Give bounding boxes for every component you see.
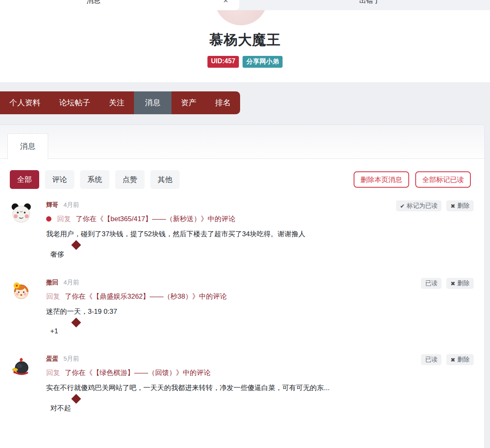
x-icon: ✖ xyxy=(450,357,455,363)
delete-message-button[interactable]: ✖ 删除 xyxy=(446,200,474,211)
reply-verb: 回复 xyxy=(46,293,60,300)
browser-tab-other-label[interactable]: 出错了 xyxy=(359,0,380,5)
mark-read-label: 标记为已读 xyxy=(407,202,437,210)
message-time: 4月前 xyxy=(63,201,79,208)
message-actions: ✔ 标记为已读 ✖ 删除 xyxy=(396,200,474,211)
mark-read-button[interactable]: ✔ 标记为已读 xyxy=(396,200,442,211)
quoted-comment: 对不起 xyxy=(50,404,484,413)
delete-page-messages-button[interactable]: 删除本页消息 xyxy=(354,171,409,188)
browser-tab-active-label: 消息 xyxy=(87,0,100,5)
quote-pointer-icon xyxy=(71,317,81,327)
tab-messages[interactable]: 消息 xyxy=(7,133,48,159)
card-tab-bar: 消息 xyxy=(0,125,484,159)
cartoon-girl-avatar xyxy=(11,281,31,300)
reply-verb: 回复 xyxy=(46,369,60,377)
x-icon: ✖ xyxy=(450,203,455,209)
browser-tab-strip: 消息 ✕ 出错了 xyxy=(0,0,490,10)
message-actions: 已读 ✖ 删除 xyxy=(421,278,474,289)
role-badge: 分享网小弟 xyxy=(243,56,283,68)
uid-badge: UID:457 xyxy=(207,56,239,68)
quote-pointer-icon xyxy=(71,394,81,404)
message-header: 撤回 4月前 xyxy=(46,279,484,286)
reply-line: 回复 了你在《【绿色棋游】——（回馈）》中的评论 xyxy=(46,368,484,377)
filter-comments[interactable]: 评论 xyxy=(45,170,74,189)
message-item: 撤回 4月前 已读 ✖ 删除 回复 了你在《【鼎盛娱乐3262】——（秒38）》… xyxy=(10,279,484,335)
nav-item-forum-posts[interactable]: 论坛帖子 xyxy=(50,91,100,114)
delete-message-button[interactable]: ✖ 删除 xyxy=(446,354,474,365)
tab-close-icon[interactable]: ✕ xyxy=(223,0,228,4)
read-status-badge: 已读 xyxy=(421,278,441,289)
sender-name[interactable]: 蛋蛋 xyxy=(46,355,58,362)
browser-tab-active[interactable] xyxy=(0,0,239,10)
filter-other[interactable]: 其他 xyxy=(150,170,180,189)
user-avatar[interactable] xyxy=(11,357,31,377)
message-filters: 全部 评论 系统 点赞 其他 xyxy=(10,170,180,189)
delete-label: 删除 xyxy=(457,202,470,210)
sender-name[interactable]: 撤回 xyxy=(46,279,58,286)
message-list: 輝哥 4月前 ✔ 标记为已读 ✖ 删除 回复 了你在《【bet xyxy=(10,201,484,413)
reply-body: 我老用户，碰到了37块钱，提了52块钱，然后下楼去了超市买了34块吃得。谢谢撸人 xyxy=(46,229,484,239)
filter-all[interactable]: 全部 xyxy=(10,170,39,189)
delete-message-button[interactable]: ✖ 删除 xyxy=(446,278,474,289)
delete-label: 删除 xyxy=(457,279,470,287)
profile-nav: 个人资料 论坛帖子 关注 消息 资产 排名 xyxy=(0,91,240,114)
quoted-comment: +1 xyxy=(50,327,484,335)
nav-item-messages[interactable]: 消息 xyxy=(134,91,172,114)
reply-body: 实在不行就傻鸡巴关网站了吧，一天天的我都进来转转，净发一些傻逼白菜，可有可无的东… xyxy=(46,383,484,393)
nav-item-assets[interactable]: 资产 xyxy=(172,91,206,114)
message-time: 5月前 xyxy=(63,355,79,362)
nav-item-profile[interactable]: 个人资料 xyxy=(0,91,50,114)
helmet-chick-avatar xyxy=(11,357,31,377)
thread-link[interactable]: 了你在《【绿色棋游】——（回馈）》中的评论 xyxy=(65,369,211,377)
thread-link[interactable]: 了你在《【bet365/417】——（新秒送）》中的评论 xyxy=(76,215,235,223)
thread-link[interactable]: 了你在《【鼎盛娱乐3262】——（秒38）》中的评论 xyxy=(65,293,227,300)
profile-header: 慕杨大魔王 UID:457 分享网小弟 xyxy=(0,10,490,83)
filter-likes[interactable]: 点赞 xyxy=(115,170,145,189)
messages-panel: 全部 评论 系统 点赞 其他 删除本页消息 全部标记已读 xyxy=(0,159,484,413)
filter-system[interactable]: 系统 xyxy=(80,170,109,189)
reply-line: 回复 了你在《【bet365/417】——（新秒送）》中的评论 xyxy=(46,214,484,224)
profile-badges: UID:457 分享网小弟 xyxy=(0,56,490,68)
mark-all-read-button[interactable]: 全部标记已读 xyxy=(415,171,471,188)
quote-pointer-icon xyxy=(71,240,81,250)
bulk-actions: 删除本页消息 全部标记已读 xyxy=(354,171,471,188)
profile-username: 慕杨大魔王 xyxy=(0,31,490,49)
message-header: 蛋蛋 5月前 xyxy=(46,355,484,363)
reply-body: 迷茫的一天，3-19 0:37 xyxy=(46,307,484,316)
profile-avatar[interactable] xyxy=(214,10,267,25)
message-item: 蛋蛋 5月前 已读 ✖ 删除 回复 了你在《【绿色棋游】——（回馈）》中的评论 … xyxy=(10,355,484,413)
message-actions: 已读 ✖ 删除 xyxy=(421,354,474,365)
user-avatar[interactable] xyxy=(11,203,31,223)
sender-name[interactable]: 輝哥 xyxy=(46,201,58,208)
nav-item-follow[interactable]: 关注 xyxy=(100,91,134,114)
messages-card: 消息 全部 评论 系统 点赞 其他 删除本页消息 全部标记已读 xyxy=(0,124,485,448)
message-time: 4月前 xyxy=(63,279,79,286)
check-icon: ✔ xyxy=(400,203,405,209)
reply-verb: 回复 xyxy=(57,215,71,223)
unread-dot-icon xyxy=(46,216,51,222)
delete-label: 删除 xyxy=(457,356,470,364)
quoted-comment: 奢侈 xyxy=(50,250,484,259)
panda-meme-avatar xyxy=(11,203,31,223)
read-status-badge: 已读 xyxy=(421,354,441,365)
nav-item-ranking[interactable]: 排名 xyxy=(206,91,240,114)
user-avatar[interactable] xyxy=(11,281,31,300)
reply-line: 回复 了你在《【鼎盛娱乐3262】——（秒38）》中的评论 xyxy=(46,292,484,301)
message-item: 輝哥 4月前 ✔ 标记为已读 ✖ 删除 回复 了你在《【bet xyxy=(10,201,484,259)
x-icon: ✖ xyxy=(450,280,455,287)
